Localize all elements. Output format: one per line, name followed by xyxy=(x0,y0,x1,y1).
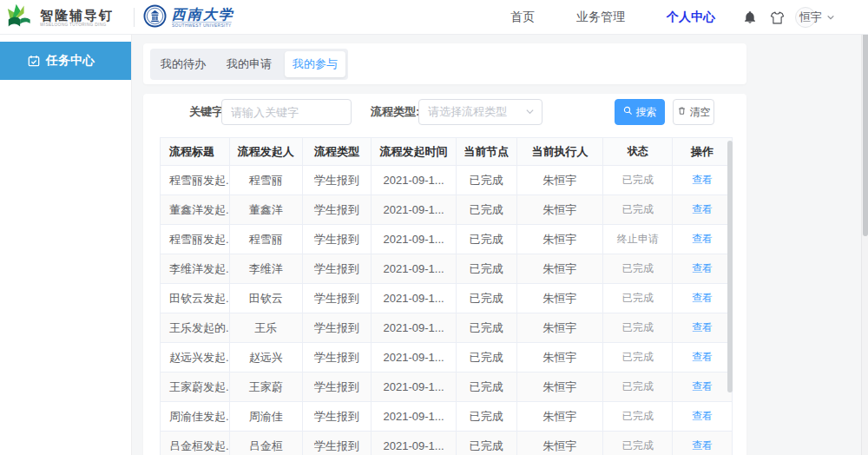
cell-type: 学生报到 xyxy=(303,343,372,372)
cell-status: 已完成 xyxy=(603,313,673,342)
search-button-label: 搜索 xyxy=(636,105,657,120)
clear-button-label: 清空 xyxy=(690,105,711,120)
cell-started: 2021-09-1... xyxy=(372,343,457,372)
tab-1[interactable]: 我的申请 xyxy=(216,49,282,80)
bell-icon[interactable] xyxy=(742,10,758,25)
cell-initiator: 周渝佳 xyxy=(230,402,303,431)
cell-status: 已完成 xyxy=(603,343,673,372)
cell-status: 已完成 xyxy=(603,284,673,313)
cell-type: 学生报到 xyxy=(303,195,372,224)
cell-type: 学生报到 xyxy=(303,402,372,431)
chevron-down-icon xyxy=(826,13,835,22)
process-type-select[interactable]: 请选择流程类型 xyxy=(418,99,542,125)
search-button[interactable]: 搜索 xyxy=(615,99,665,125)
trash-icon xyxy=(677,106,690,118)
filter-bar: 关键字: 流程类型: 请选择流程类型 搜索 xyxy=(143,99,746,125)
sidebar-item-task-center[interactable]: 任务中心 xyxy=(0,42,131,80)
cell-node: 已完成 xyxy=(457,313,517,342)
cell-title: 田钦云发起... xyxy=(161,284,230,313)
table-row: 周渝佳发起...周渝佳学生报到2021-09-1...已完成朱恒宇已完成查看 xyxy=(161,402,732,432)
cell-action: 查看 xyxy=(673,313,732,342)
column-header-7: 操作 xyxy=(673,138,732,165)
column-header-1: 流程发起人 xyxy=(230,138,303,165)
cell-executor: 朱恒宇 xyxy=(517,313,604,342)
cell-executor: 朱恒宇 xyxy=(517,284,604,313)
view-link[interactable]: 查看 xyxy=(692,409,713,424)
cell-action: 查看 xyxy=(673,402,732,431)
view-link[interactable]: 查看 xyxy=(692,291,713,306)
nav-item-1[interactable]: 业务管理 xyxy=(576,10,625,25)
table-scrollbar[interactable] xyxy=(727,141,733,392)
view-link[interactable]: 查看 xyxy=(692,350,713,365)
cell-node: 已完成 xyxy=(457,195,517,224)
cell-executor: 朱恒宇 xyxy=(517,402,604,431)
cell-initiator: 董鑫洋 xyxy=(230,195,303,224)
table-header-row: 流程标题流程发起人流程类型流程发起时间当前节点当前执行人状态操作 xyxy=(161,138,732,166)
sidebar: 任务中心 xyxy=(0,35,132,455)
cell-action: 查看 xyxy=(673,343,732,372)
cell-node: 已完成 xyxy=(457,432,517,455)
search-icon xyxy=(623,106,636,118)
clear-button[interactable]: 清空 xyxy=(673,99,714,125)
cell-type: 学生报到 xyxy=(303,284,372,313)
cell-executor: 朱恒宇 xyxy=(517,225,604,254)
top-header: 智隆辅导钉 WISELOONG TUTORING DING xyxy=(0,0,868,35)
header-actions: 恒宇 xyxy=(742,0,835,35)
tab-strip: 我的待办我的申请我的参与 xyxy=(143,43,746,84)
cell-action: 查看 xyxy=(673,432,732,455)
brand-secondary-title: 西南大学 xyxy=(172,7,247,22)
tab-0[interactable]: 我的待办 xyxy=(150,49,216,80)
calendar-check-icon xyxy=(28,55,40,67)
view-link[interactable]: 查看 xyxy=(692,202,713,217)
nav-item-0[interactable]: 首页 xyxy=(510,10,535,25)
column-header-4: 当前节点 xyxy=(457,138,517,165)
view-link[interactable]: 查看 xyxy=(692,320,713,335)
view-link[interactable]: 查看 xyxy=(692,439,713,453)
cell-action: 查看 xyxy=(673,225,732,254)
cell-type: 学生报到 xyxy=(303,166,372,195)
user-menu[interactable]: 恒宇 xyxy=(795,7,835,28)
keyword-input[interactable] xyxy=(221,99,352,125)
cell-initiator: 吕金桓 xyxy=(230,432,303,455)
cell-action: 查看 xyxy=(673,284,732,313)
view-link[interactable]: 查看 xyxy=(692,173,713,188)
column-header-0: 流程标题 xyxy=(161,138,230,165)
cell-started: 2021-09-1... xyxy=(372,225,457,254)
cell-started: 2021-09-1... xyxy=(372,373,457,401)
cell-node: 已完成 xyxy=(457,373,517,401)
cell-initiator: 王家蔚 xyxy=(230,373,303,401)
cell-executor: 朱恒宇 xyxy=(517,254,604,283)
brand-secondary-subtitle: SOUTHWEST UNIVERSITY xyxy=(172,22,232,27)
column-header-3: 流程发起时间 xyxy=(372,138,457,165)
cell-status: 已完成 xyxy=(603,195,673,224)
user-name: 恒宇 xyxy=(799,10,822,25)
tshirt-icon[interactable] xyxy=(769,10,785,25)
cell-title: 程雪丽发起... xyxy=(161,225,230,254)
brand-primary-subtitle: WISELOONG TUTORING DING xyxy=(40,23,107,27)
cell-title: 王家蔚发起... xyxy=(161,373,230,401)
wiseloong-logo-icon xyxy=(7,3,35,32)
view-link[interactable]: 查看 xyxy=(692,232,713,247)
page-scrollbar-thumb[interactable] xyxy=(863,0,868,236)
cell-status: 已完成 xyxy=(603,254,673,283)
cell-status: 终止申请 xyxy=(603,225,673,254)
view-link[interactable]: 查看 xyxy=(692,261,713,276)
tab-2[interactable]: 我的参与 xyxy=(285,51,345,77)
brand-secondary: 西南大学 SOUTHWEST UNIVERSITY xyxy=(143,4,247,31)
cell-initiator: 赵远兴 xyxy=(230,343,303,372)
nav-item-2[interactable]: 个人中心 xyxy=(667,10,715,25)
cell-status: 已完成 xyxy=(603,432,673,455)
cell-executor: 朱恒宇 xyxy=(517,195,604,224)
cell-node: 已完成 xyxy=(457,402,517,431)
brand-primary-title: 智隆辅导钉 xyxy=(40,8,123,23)
cell-type: 学生报到 xyxy=(303,254,372,283)
table-row: 李维洋发起...李维洋学生报到2021-09-1...已完成朱恒宇已完成查看 xyxy=(161,254,732,284)
cell-node: 已完成 xyxy=(457,166,517,195)
tab-group: 我的待办我的申请我的参与 xyxy=(150,49,348,80)
university-emblem-icon xyxy=(143,4,167,31)
cell-type: 学生报到 xyxy=(303,225,372,254)
select-chevron-down-icon xyxy=(525,104,535,120)
cell-started: 2021-09-1... xyxy=(372,284,457,313)
view-link[interactable]: 查看 xyxy=(692,379,713,394)
page-scrollbar[interactable] xyxy=(861,0,868,455)
